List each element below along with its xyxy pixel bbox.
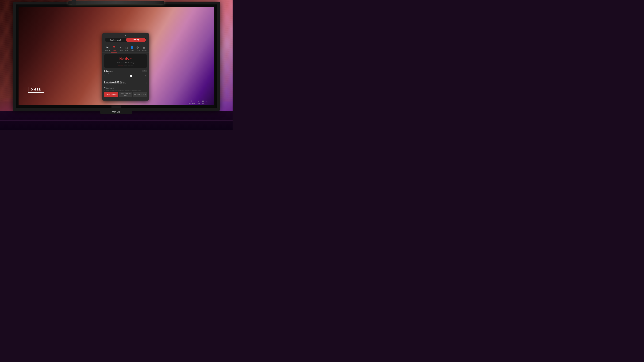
nav-system[interactable]: ▦ System: [141, 45, 148, 52]
downstream-rgb-desc: Change the color values for this preset: [104, 83, 126, 84]
preset-section: Native OLED panel default settings: [104, 54, 147, 68]
osd-arrow-up[interactable]: [102, 33, 149, 38]
brightness-label: Brightness: [104, 70, 114, 72]
osd-menu: Professional Gaming 🎮 Gaming 🖼 Picture ✦: [102, 33, 149, 100]
picture-icon: 🖼: [112, 46, 115, 49]
nav-audio[interactable]: 👤 Audio: [129, 45, 135, 52]
status-lighting: ✦: [206, 101, 208, 103]
brightness-thumb[interactable]: [130, 75, 132, 77]
mode-professional[interactable]: Professional: [105, 38, 126, 42]
monitor-screen: OMEN ⊞ 3840 × 2160 ↻ 240Hz ⊡ OFF ✦: [18, 7, 214, 105]
brightness-setting: Brightness 66 Adjust your screen's brigh…: [104, 69, 147, 78]
monitor-lightbar: [68, 1, 164, 4]
video-level-title: Video Level: [104, 87, 147, 89]
preset-dot-5: [130, 65, 133, 65]
status-off: ⊡ OFF: [202, 100, 204, 104]
downstream-rgb-chevron: ›: [146, 81, 147, 84]
nav-input[interactable]: ⬚ Input: [124, 45, 129, 52]
preset-name: Native: [106, 56, 145, 61]
downstream-rgb-row[interactable]: Downstream RGB Adjust Change the color v…: [104, 79, 147, 86]
off-icon: ⊡: [202, 100, 204, 102]
input-icon: ⬚: [126, 46, 128, 49]
brightness-slider-container: ☀ ☀: [104, 75, 147, 77]
brightness-fill: [106, 76, 131, 76]
audio-icon: 👤: [130, 46, 134, 49]
lightbar-mount: [72, 0, 76, 5]
status-refresh: ↻ 240Hz: [197, 100, 200, 104]
omen-stand-label: OMEN: [112, 111, 120, 113]
lighting-icon: ✦: [120, 46, 122, 49]
mode-gaming[interactable]: Gaming: [126, 38, 146, 42]
osd-content: Native OLED panel default settings: [102, 53, 149, 99]
video-level-buttons: Content Controlled Limited Range (16-940…: [104, 92, 147, 97]
downstream-rgb-left: Downstream RGB Adjust Change the color v…: [104, 81, 126, 84]
downstream-rgb-title: Downstream RGB Adjust: [104, 81, 126, 83]
refresh-icon: ↻: [198, 100, 199, 102]
desk-surface: [0, 120, 232, 121]
lighting-status-icon: ✦: [206, 101, 208, 103]
vl-full-range[interactable]: Full Range (0-1023): [133, 92, 147, 97]
monitor-frame: OMEN ⊞ 3840 × 2160 ↻ 240Hz ⊡ OFF ✦: [13, 1, 220, 111]
resolution-icon: ⊞: [191, 100, 192, 102]
mode-toggle: Professional Gaming: [105, 38, 146, 42]
preset-dot-1: [118, 65, 120, 65]
video-level-desc: Choose "Limited" if streaming content do…: [104, 89, 147, 91]
brightness-desc: Adjust your screen's brightness level: [104, 72, 147, 74]
preset-dot-4: [128, 65, 130, 65]
preset-dot-2: [121, 65, 124, 65]
brightness-max-icon: ☀: [145, 75, 147, 77]
status-bar: ⊞ 3840 × 2160 ↻ 240Hz ⊡ OFF ✦: [189, 100, 208, 104]
system-icon: ▦: [143, 46, 145, 49]
nav-gaming[interactable]: 🎮 Gaming: [104, 45, 111, 52]
status-resolution: ⊞ 3840 × 2160: [189, 100, 195, 104]
nav-power[interactable]: ⏻ Power: [135, 45, 141, 52]
vl-content-controlled[interactable]: Content Controlled: [104, 92, 118, 97]
nav-lighting[interactable]: ✦ Lighting: [117, 45, 124, 52]
brightness-slider[interactable]: [106, 76, 144, 76]
brightness-min-icon: ☀: [104, 75, 106, 77]
nav-icons: 🎮 Gaming 🖼 Picture ✦ Lighting ⬚ Input: [102, 44, 149, 53]
gaming-icon: 🎮: [106, 46, 109, 49]
nav-picture[interactable]: 🖼 Picture: [111, 45, 117, 52]
brightness-value: 66: [142, 70, 147, 72]
power-icon: ⏻: [136, 46, 139, 49]
omen-screen-logo: OMEN: [28, 87, 44, 93]
stand-neck: [112, 105, 121, 111]
brightness-header: Brightness 66: [104, 70, 147, 72]
preset-dots: [106, 65, 145, 65]
preset-dot-3: [124, 65, 127, 65]
monitor-container: OMEN ⊞ 3840 × 2160 ↻ 240Hz ⊡ OFF ✦: [13, 1, 220, 111]
video-level-section: Video Level Choose "Limited" if streamin…: [104, 86, 147, 97]
vl-limited-range[interactable]: Limited Range (16-940): [119, 92, 132, 97]
preset-description: OLED panel default settings: [106, 62, 145, 64]
